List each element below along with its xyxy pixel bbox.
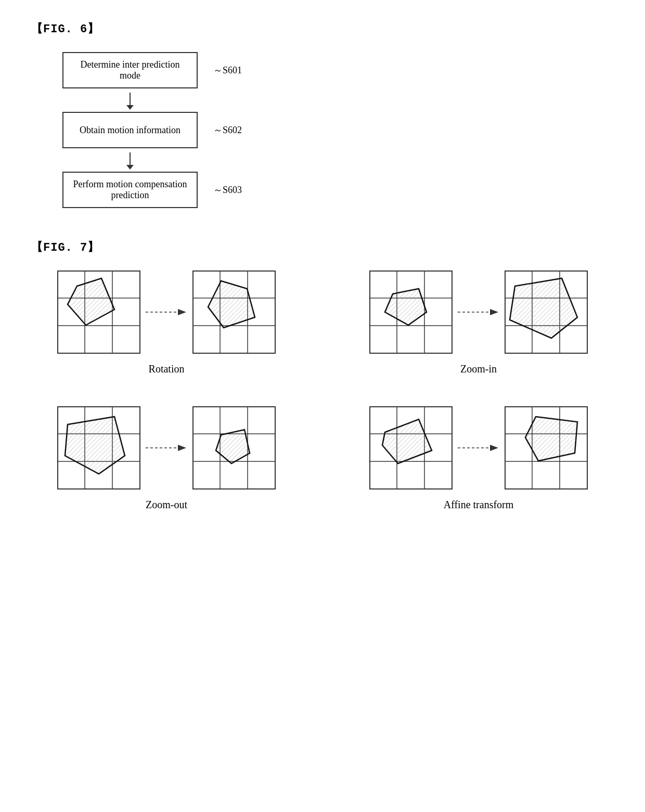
fig7-label: 【FIG. 7】 — [31, 239, 614, 255]
step2-label: Obtain motion information — [80, 125, 180, 136]
zoomin-arrow — [458, 297, 499, 328]
rotation-dest-grid — [192, 270, 276, 354]
svg-marker-8 — [178, 309, 186, 315]
fig7-grid: Rotation — [31, 270, 614, 511]
flowchart-step3-row: Perform motion compensation prediction ～… — [62, 172, 242, 208]
arrow1 — [62, 88, 198, 112]
svg-marker-37 — [65, 417, 125, 474]
svg-marker-56 — [490, 445, 498, 451]
step3-id: ～S603 — [213, 184, 242, 196]
zoomin-label: Zoom-in — [460, 363, 497, 375]
flowchart-step1-row: Determine inter prediction mode ～S601 — [62, 52, 242, 88]
arrow2 — [62, 148, 198, 172]
rotation-label: Rotation — [149, 363, 185, 375]
zoomin-source-grid — [369, 270, 453, 354]
zoomin-dest-grid — [505, 270, 588, 354]
flowchart-step2-row: Obtain motion information ～S602 — [62, 112, 242, 148]
affine-pair — [369, 406, 588, 489]
affine-dest-grid — [505, 406, 588, 489]
svg-marker-24 — [490, 309, 498, 315]
step1-id: ～S601 — [213, 64, 242, 76]
fig7-section: 【FIG. 7】 — [31, 239, 614, 511]
fig7-rotation: Rotation — [31, 270, 302, 375]
fig7-zoomout: Zoom-out — [31, 406, 302, 511]
zoomout-pair — [57, 406, 276, 489]
svg-marker-5 — [68, 278, 114, 325]
svg-marker-30 — [510, 278, 577, 338]
affine-arrow — [458, 432, 499, 463]
svg-marker-40 — [178, 445, 186, 451]
zoomout-source-grid — [57, 406, 140, 489]
zoomout-label: Zoom-out — [146, 499, 187, 511]
zoomout-dest-grid — [192, 406, 276, 489]
rotation-source-grid — [57, 270, 140, 354]
svg-marker-62 — [525, 417, 577, 461]
step2-id: ～S602 — [213, 124, 242, 136]
svg-marker-46 — [216, 430, 250, 463]
flowchart-box-s601: Determine inter prediction mode — [62, 52, 198, 88]
affine-label: Affine transform — [444, 499, 514, 511]
affine-source-grid — [369, 406, 453, 489]
fig7-zoomin: Zoom-in — [343, 270, 614, 375]
step3-label: Perform motion compensation prediction — [72, 179, 188, 201]
flowchart-box-s603: Perform motion compensation prediction — [62, 172, 198, 208]
fig6-label: 【FIG. 6】 — [31, 21, 614, 36]
zoomin-pair — [369, 270, 588, 354]
flowchart-box-s602: Obtain motion information — [62, 112, 198, 148]
fig7-affine: Affine transform — [343, 406, 614, 511]
zoomout-arrow — [146, 432, 187, 463]
rotation-arrow — [146, 297, 187, 328]
step1-label: Determine inter prediction mode — [72, 59, 188, 81]
flowchart: Determine inter prediction mode ～S601 Ob… — [62, 52, 614, 208]
rotation-pair — [57, 270, 276, 354]
svg-marker-21 — [385, 289, 427, 325]
